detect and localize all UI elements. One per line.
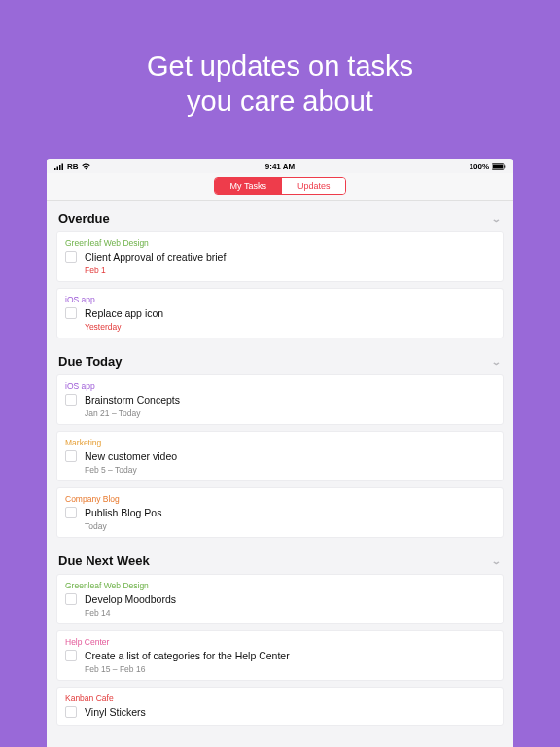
project-label: iOS app [65, 381, 495, 391]
task-title: New customer video [85, 450, 177, 462]
clock: 9:41 AM [265, 162, 295, 171]
task-row: Publish Blog Pos [65, 505, 495, 519]
svg-rect-5 [493, 164, 503, 168]
task-row: Replace app icon [65, 305, 495, 320]
svg-rect-0 [54, 168, 56, 170]
project-label: Marketing [65, 438, 495, 447]
task-checkbox[interactable] [65, 450, 77, 462]
task-row: Vinyl Stickers [65, 704, 495, 719]
task-checkbox[interactable] [65, 706, 77, 718]
battery-icon [492, 163, 506, 170]
task-card[interactable]: iOS appBrainstorm ConceptsJan 21 – Today [56, 374, 504, 425]
task-card[interactable]: Help CenterCreate a list of categories f… [56, 630, 504, 681]
task-card[interactable]: MarketingNew customer videoFeb 5 – Today [56, 431, 504, 481]
task-title: Create a list of categories for the Help… [85, 650, 290, 661]
project-label: Kanban Cafe [65, 694, 495, 703]
task-title: Publish Blog Pos [85, 507, 161, 518]
task-row: Create a list of categories for the Help… [65, 648, 495, 662]
svg-rect-2 [59, 165, 61, 170]
task-row: Client Approval of creative brief [65, 249, 495, 264]
task-row: New customer video [65, 448, 495, 463]
status-bar: RB 9:41 AM 100% [47, 159, 513, 173]
project-label: Greenleaf Web Design [65, 581, 495, 590]
task-row: Develop Moodbords [65, 591, 495, 606]
wifi-icon [82, 163, 90, 170]
task-title: Replace app icon [85, 307, 163, 319]
section-header[interactable]: Due Today⌄ [47, 344, 513, 374]
task-checkbox[interactable] [65, 307, 77, 319]
segmented-control: My Tasks Updates [214, 177, 347, 195]
section-header[interactable]: Overdue⌄ [47, 201, 513, 231]
chevron-down-icon: ⌄ [491, 213, 502, 224]
task-title: Develop Moodbords [85, 593, 176, 605]
task-date: Today [85, 521, 495, 531]
project-label: Greenleaf Web Design [65, 238, 495, 248]
tab-bar: My Tasks Updates [47, 173, 513, 201]
promo-headline: Get updates on tasks you care about [147, 49, 413, 120]
task-date: Feb 5 – Today [85, 465, 495, 475]
task-date: Feb 1 [85, 266, 495, 275]
section-title: Due Next Week [58, 553, 150, 568]
task-card[interactable]: iOS appReplace app iconYesterday [56, 288, 504, 338]
task-date: Feb 14 [85, 608, 495, 618]
battery-percent: 100% [470, 162, 489, 171]
task-card[interactable]: Kanban CafeVinyl Stickers [56, 687, 504, 726]
task-card[interactable]: Greenleaf Web DesignClient Approval of c… [56, 231, 504, 282]
task-date: Jan 21 – Today [85, 409, 495, 418]
section-header[interactable]: Due Next Week⌄ [47, 544, 513, 574]
task-date: Yesterday [85, 322, 495, 332]
project-label: iOS app [65, 295, 495, 304]
svg-rect-6 [504, 165, 505, 168]
task-card[interactable]: Company BlogPublish Blog PosToday [56, 487, 504, 538]
signal-icon [54, 163, 64, 170]
task-title: Vinyl Stickers [85, 706, 146, 718]
task-card[interactable]: Greenleaf Web DesignDevelop MoodbordsFeb… [56, 574, 504, 624]
svg-rect-1 [57, 166, 59, 170]
device-frame: RB 9:41 AM 100% My Tasks Updates Overdue… [47, 159, 513, 748]
tab-my-tasks[interactable]: My Tasks [215, 178, 282, 194]
task-row: Brainstorm Concepts [65, 392, 495, 407]
tab-updates[interactable]: Updates [282, 178, 346, 194]
task-title: Brainstorm Concepts [85, 394, 180, 406]
task-checkbox[interactable] [65, 251, 77, 263]
section-title: Due Today [58, 354, 122, 369]
task-list[interactable]: Overdue⌄Greenleaf Web DesignClient Appro… [47, 201, 513, 748]
chevron-down-icon: ⌄ [491, 555, 502, 566]
chevron-down-icon: ⌄ [491, 356, 502, 367]
section-title: Overdue [58, 211, 110, 226]
task-title: Client Approval of creative brief [85, 251, 226, 263]
task-checkbox[interactable] [65, 650, 77, 661]
task-checkbox[interactable] [65, 593, 77, 605]
svg-rect-3 [62, 163, 64, 170]
carrier-label: RB [67, 162, 79, 171]
task-checkbox[interactable] [65, 394, 77, 406]
task-checkbox[interactable] [65, 507, 77, 518]
project-label: Help Center [65, 637, 495, 647]
project-label: Company Blog [65, 494, 495, 504]
task-date: Feb 15 – Feb 16 [85, 664, 495, 674]
